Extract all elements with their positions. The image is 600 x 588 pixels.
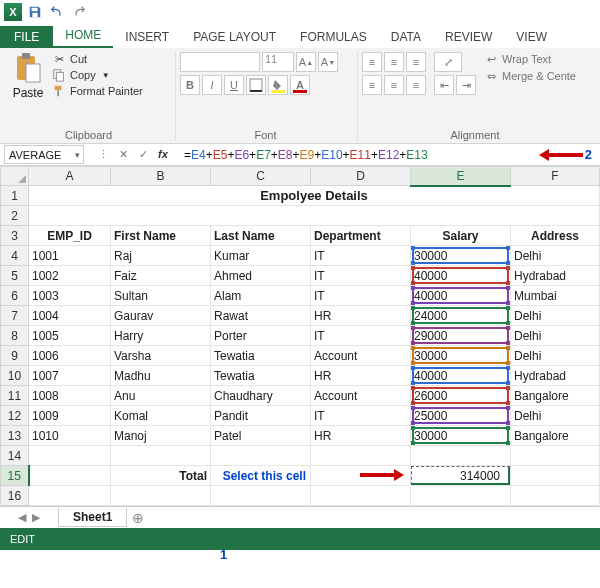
cell[interactable]: Gaurav xyxy=(111,306,211,326)
paste-button[interactable]: Paste xyxy=(8,52,48,100)
cell[interactable]: 1001 xyxy=(29,246,111,266)
cell[interactable]: Varsha xyxy=(111,346,211,366)
cell[interactable]: 1006 xyxy=(29,346,111,366)
tab-view[interactable]: VIEW xyxy=(504,26,559,48)
cell[interactable]: Bangalore xyxy=(511,426,600,446)
add-sheet-icon[interactable]: ⊕ xyxy=(127,510,149,526)
header-cell[interactable]: EMP_ID xyxy=(29,226,111,246)
cell[interactable]: 1010 xyxy=(29,426,111,446)
save-icon[interactable] xyxy=(26,3,44,21)
salary-cell[interactable]: 40000 xyxy=(411,286,511,306)
cell[interactable]: Faiz xyxy=(111,266,211,286)
cell[interactable]: Delhi xyxy=(511,346,600,366)
increase-font-icon[interactable]: A▲ xyxy=(296,52,316,72)
cell[interactable]: Anu xyxy=(111,386,211,406)
cell[interactable]: Pandit xyxy=(211,406,311,426)
align-left-icon[interactable]: ≡ xyxy=(362,75,382,95)
tab-page-layout[interactable]: PAGE LAYOUT xyxy=(181,26,288,48)
tab-insert[interactable]: INSERT xyxy=(113,26,181,48)
cell[interactable]: Delhi xyxy=(511,306,600,326)
salary-cell[interactable]: 30000 xyxy=(411,346,511,366)
bold-button[interactable]: B xyxy=(180,75,200,95)
cell[interactable]: Sultan xyxy=(111,286,211,306)
cell[interactable]: Manoj xyxy=(111,426,211,446)
cell[interactable]: Delhi xyxy=(511,326,600,346)
header-cell[interactable]: First Name xyxy=(111,226,211,246)
align-bottom-icon[interactable]: ≡ xyxy=(406,52,426,72)
border-button[interactable] xyxy=(246,75,266,95)
fill-color-button[interactable] xyxy=(268,75,288,95)
cell[interactable]: IT xyxy=(311,286,411,306)
cell[interactable]: IT xyxy=(311,326,411,346)
cell[interactable]: Account xyxy=(311,346,411,366)
merge-center-button[interactable]: ⇔Merge & Cente xyxy=(484,69,576,83)
cell[interactable]: Ahmed xyxy=(211,266,311,286)
cell[interactable]: Tewatia xyxy=(211,366,311,386)
cell[interactable]: HR xyxy=(311,306,411,326)
col-header[interactable]: C xyxy=(211,167,311,186)
cell[interactable]: Account xyxy=(311,386,411,406)
row-header[interactable]: 1 xyxy=(1,186,29,206)
align-right-icon[interactable]: ≡ xyxy=(406,75,426,95)
accept-formula-icon[interactable]: ✓ xyxy=(134,148,152,161)
select-all-corner[interactable] xyxy=(1,167,29,186)
row-header[interactable]: 2 xyxy=(1,206,29,226)
cell[interactable]: Hydrabad xyxy=(511,366,600,386)
cut-button[interactable]: ✂Cut xyxy=(52,52,143,66)
cell[interactable]: Rawat xyxy=(211,306,311,326)
sheet-nav-prev-icon[interactable]: ◀ xyxy=(18,511,26,524)
salary-cell[interactable]: 25000 xyxy=(411,406,511,426)
row-header[interactable]: 9 xyxy=(1,346,29,366)
cell[interactable]: Bangalore xyxy=(511,386,600,406)
header-cell[interactable]: Department xyxy=(311,226,411,246)
row-header[interactable]: 14 xyxy=(1,446,29,466)
cell[interactable]: Hydrabad xyxy=(511,266,600,286)
tab-review[interactable]: REVIEW xyxy=(433,26,504,48)
tab-data[interactable]: DATA xyxy=(379,26,433,48)
header-cell[interactable]: Address xyxy=(511,226,600,246)
decrease-font-icon[interactable]: A▼ xyxy=(318,52,338,72)
row-header[interactable]: 6 xyxy=(1,286,29,306)
tab-formulas[interactable]: FORMULAS xyxy=(288,26,379,48)
formula-bar[interactable]: =E4+E5+E6+E7+E8+E9+E10+E11+E12+E13 xyxy=(178,148,533,162)
cell[interactable]: Tewatia xyxy=(211,346,311,366)
cell[interactable]: 1005 xyxy=(29,326,111,346)
row-header[interactable]: 3 xyxy=(1,226,29,246)
cell[interactable]: IT xyxy=(311,406,411,426)
name-box[interactable]: AVERAGE xyxy=(4,145,84,164)
row-header[interactable]: 4 xyxy=(1,246,29,266)
header-cell[interactable]: Last Name xyxy=(211,226,311,246)
row-header[interactable]: 12 xyxy=(1,406,29,426)
row-header[interactable]: 16 xyxy=(1,486,29,506)
undo-icon[interactable] xyxy=(48,3,66,21)
sheet-nav-next-icon[interactable]: ▶ xyxy=(32,511,40,524)
cell[interactable]: Delhi xyxy=(511,406,600,426)
font-size-select[interactable]: 11 xyxy=(262,52,294,72)
header-cell[interactable]: Salary xyxy=(411,226,511,246)
salary-cell[interactable]: 24000 xyxy=(411,306,511,326)
cell[interactable]: 1003 xyxy=(29,286,111,306)
cell[interactable]: Delhi xyxy=(511,246,600,266)
italic-button[interactable]: I xyxy=(202,75,222,95)
row-header[interactable]: 15 xyxy=(1,466,29,486)
sheet-tab[interactable]: Sheet1 xyxy=(58,508,127,527)
row-header[interactable]: 8 xyxy=(1,326,29,346)
cell[interactable]: Alam xyxy=(211,286,311,306)
cell[interactable]: 1009 xyxy=(29,406,111,426)
copy-button[interactable]: Copy▼ xyxy=(52,68,143,82)
col-header[interactable]: E xyxy=(411,167,511,186)
orientation-icon[interactable]: ⤢ xyxy=(434,52,462,72)
row-header[interactable]: 5 xyxy=(1,266,29,286)
cell[interactable]: HR xyxy=(311,366,411,386)
redo-icon[interactable] xyxy=(70,3,88,21)
fbar-range-icon[interactable]: ⋮ xyxy=(94,148,112,161)
format-painter-button[interactable]: Format Painter xyxy=(52,84,143,98)
cancel-formula-icon[interactable]: ✕ xyxy=(114,148,132,161)
col-header[interactable]: D xyxy=(311,167,411,186)
salary-cell[interactable]: 30000 xyxy=(411,426,511,446)
col-header[interactable]: F xyxy=(511,167,600,186)
cell[interactable]: IT xyxy=(311,246,411,266)
col-header[interactable]: A xyxy=(29,167,111,186)
cell[interactable]: 1007 xyxy=(29,366,111,386)
tab-file[interactable]: FILE xyxy=(0,26,53,48)
